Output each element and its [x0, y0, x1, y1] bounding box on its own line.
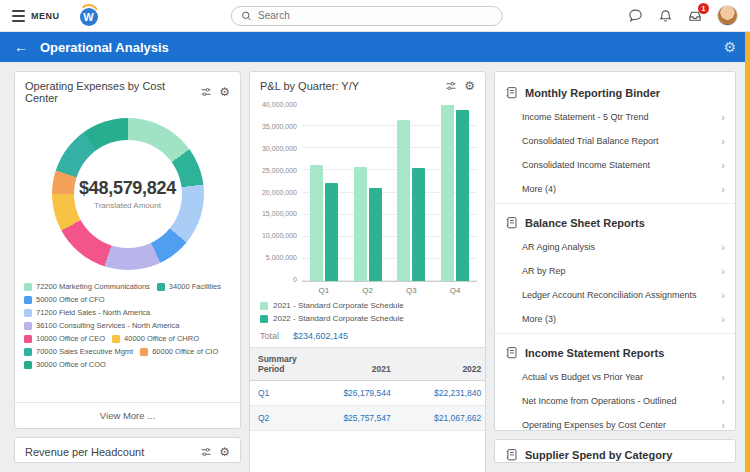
filter-sliders-icon[interactable] [445, 80, 457, 92]
bar[interactable] [456, 110, 469, 281]
list-item-label: Income Statement - 5 Qtr Trend [522, 112, 649, 122]
section-title: Monthly Reporting Binder [525, 87, 660, 99]
cell-2022[interactable]: $21,067,662 [399, 406, 485, 431]
chevron-right-icon: › [721, 372, 725, 383]
list-item[interactable]: Actual vs Budget vs Prior Year› [495, 365, 735, 389]
more-link[interactable]: More (3)› [495, 307, 735, 331]
legend-label: 2021 - Standard Corporate Schedule [273, 301, 404, 310]
legend-swatch [260, 315, 268, 323]
legend-item: 10000 Office of CEO [24, 334, 105, 343]
menu-label: MENU [31, 11, 60, 21]
pnl-bar-chart: 40,000,00035,000,00030,000,00025,000,000… [250, 98, 485, 283]
section-income-statement-reports: Income Statement Reports Actual vs Budge… [495, 333, 735, 431]
list-item-label: Operating Expenses by Cost Center [522, 420, 666, 430]
binder-icon [505, 86, 518, 99]
search-input[interactable] [258, 10, 493, 21]
list-item-label: Actual vs Budget vs Prior Year [522, 372, 643, 382]
cell-2021[interactable]: $25,757,547 [308, 406, 399, 431]
list-item-label: Consolidated Trial Balance Report [522, 136, 659, 146]
x-axis-label: Q3 [406, 286, 417, 295]
view-more-link[interactable]: View More ... [15, 402, 240, 428]
page-header: ← Operational Analysis ⚙ [0, 32, 750, 62]
more-link[interactable]: More (4)› [495, 177, 735, 201]
middle-column: P&L by Quarter: Y/Y ⚙ 40,000,00035,000,0… [249, 71, 486, 463]
total-value[interactable]: $234,602,145 [293, 331, 348, 341]
list-item[interactable]: Operating Expenses by Cost Center› [495, 413, 735, 431]
card-pnl-by-quarter: P&L by Quarter: Y/Y ⚙ 40,000,00035,000,0… [249, 71, 486, 472]
list-item[interactable]: Net Income from Operations - Outlined› [495, 389, 735, 413]
legend-label: 60000 Office of CIO [152, 347, 218, 356]
chevron-right-icon: › [721, 242, 725, 253]
pnl-xlabels: Q1Q2Q3Q4 [302, 283, 485, 297]
menu-button[interactable]: MENU [12, 10, 60, 22]
legend-item: 50000 Office of CFO [24, 295, 105, 304]
inbox-icon[interactable]: 1 [687, 8, 703, 24]
filter-sliders-icon[interactable] [200, 446, 212, 458]
x-axis-label: Q2 [362, 286, 373, 295]
cell-period[interactable]: Q2 [250, 406, 308, 431]
list-item[interactable]: Consolidated Income Statement› [495, 153, 735, 177]
cell-2021[interactable]: $26,179,544 [308, 381, 399, 406]
legend-label: 40000 Office of CHRO [124, 334, 199, 343]
search-bar[interactable] [231, 6, 503, 26]
chevron-right-icon: › [721, 420, 725, 431]
page-settings-gear-icon[interactable]: ⚙ [723, 40, 736, 54]
left-column: Operating Expenses by Cost Center ⚙ $48,… [14, 71, 241, 463]
list-item[interactable]: Ledger Account Reconciliation Assignment… [495, 283, 735, 307]
bar[interactable] [325, 183, 338, 281]
y-axis-label: 5,000,000 [256, 254, 297, 261]
section-balance-sheet-reports: Balance Sheet Reports AR Aging Analysis›… [495, 203, 735, 333]
card-gear-icon[interactable]: ⚙ [219, 86, 230, 98]
card-gear-icon[interactable]: ⚙ [464, 80, 475, 92]
legend-item: 70000 Sales Executive Mgmt [24, 347, 133, 356]
card-report-sections: Monthly Reporting Binder Income Statemen… [494, 71, 736, 431]
bar-group-q4 [441, 104, 469, 281]
binder-icon [505, 448, 518, 461]
hamburger-icon [12, 10, 25, 22]
binder-icon [505, 216, 518, 229]
legend-item: 34000 Facilities [157, 282, 221, 291]
page-title: Operational Analysis [40, 40, 169, 55]
bar[interactable] [412, 168, 425, 281]
dashboard-content: Operating Expenses by Cost Center ⚙ $48,… [0, 62, 750, 472]
pnl-plot [302, 104, 477, 282]
workday-logo[interactable]: W [78, 4, 102, 28]
legend-item: 2021 - Standard Corporate Schedule [260, 301, 475, 310]
card-gear-icon[interactable]: ⚙ [219, 446, 230, 458]
table-row: Q1 $26,179,544 $22,231,840 $48,411,384 [250, 381, 485, 406]
chevron-right-icon: › [721, 184, 725, 195]
legend-label: 2022 - Standard Corporate Schedule [273, 314, 404, 323]
cell-period[interactable]: Q1 [250, 381, 308, 406]
back-button[interactable]: ← [14, 40, 28, 54]
y-axis-label: 20,000,000 [256, 189, 297, 196]
legend-label: 50000 Office of CFO [36, 295, 105, 304]
list-item[interactable]: AR by Rep› [495, 259, 735, 283]
list-item[interactable]: Income Statement - 5 Qtr Trend› [495, 105, 735, 129]
bar-group-q2 [354, 104, 382, 281]
filter-sliders-icon[interactable] [200, 86, 212, 98]
donut-center-label: Translated Amount [94, 201, 161, 210]
x-axis-label: Q1 [319, 286, 330, 295]
logo-letter: W [80, 8, 98, 26]
cell-2022[interactable]: $22,231,840 [399, 381, 485, 406]
pnl-legend: 2021 - Standard Corporate Schedule 2022 … [250, 297, 485, 325]
bar[interactable] [369, 188, 382, 281]
bar[interactable] [310, 165, 323, 281]
bar[interactable] [441, 105, 454, 281]
chevron-right-icon: › [721, 396, 725, 407]
bar[interactable] [354, 167, 367, 281]
topbar: MENU W 1 [0, 0, 750, 32]
list-item[interactable]: AR Aging Analysis› [495, 235, 735, 259]
legend-item: 30000 Office of COO [24, 360, 106, 369]
notifications-bell-icon[interactable] [657, 8, 673, 24]
profile-avatar[interactable] [717, 5, 738, 26]
legend-swatch [260, 302, 268, 310]
list-item-label: AR by Rep [522, 266, 566, 276]
legend-label: 34000 Facilities [169, 282, 221, 291]
bar[interactable] [397, 120, 410, 281]
list-item[interactable]: Consolidated Trial Balance Report› [495, 129, 735, 153]
chevron-right-icon: › [721, 112, 725, 123]
chat-icon[interactable] [627, 8, 643, 24]
col-header-summary-period: Summary Period [250, 348, 308, 381]
opex-donut-chart[interactable]: $48,579,824 Translated Amount [52, 118, 204, 270]
